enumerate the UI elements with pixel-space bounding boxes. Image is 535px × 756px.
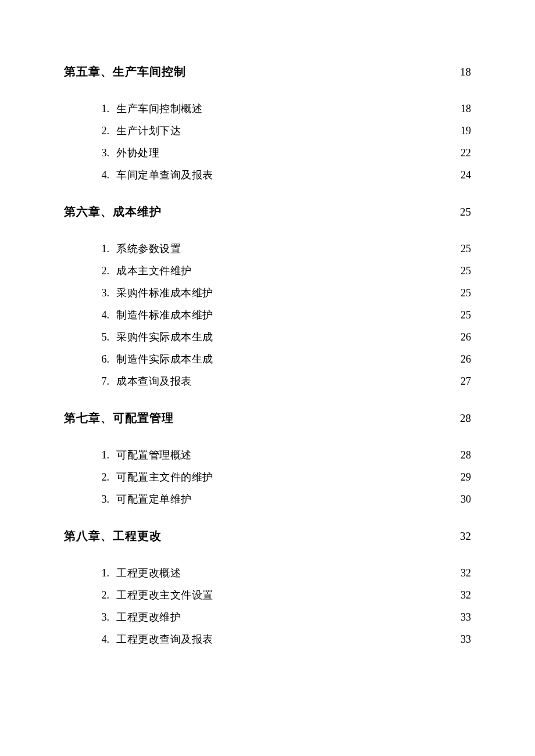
section-num: 4. <box>93 309 109 321</box>
section-title: 车间定单查询及报表 <box>116 168 213 182</box>
chapter-page: 25 <box>460 206 471 218</box>
section-left: 3. 可配置定单维护 <box>93 492 192 506</box>
section-page: 33 <box>461 611 471 624</box>
sections-list: 1. 可配置管理概述 28 2. 可配置主文件的维护 29 3. 可配置定单维护… <box>64 448 471 506</box>
section-page: 32 <box>461 567 471 579</box>
section-title: 可配置主文件的维护 <box>116 470 213 484</box>
section-title: 工程更改维护 <box>116 610 181 624</box>
sections-list: 1. 生产车间控制概述 18 2. 生产计划下达 19 3. 外协处理 22 <box>64 102 471 182</box>
section-row: 1. 生产车间控制概述 18 <box>93 102 471 116</box>
section-title: 可配置管理概述 <box>116 448 192 462</box>
chapter-block: 第六章、成本维护 25 1. 系统参数设置 25 2. 成本主文件维护 25 <box>64 204 471 388</box>
section-page: 26 <box>461 353 471 366</box>
section-num: 1. <box>93 567 109 579</box>
section-page: 22 <box>461 147 471 159</box>
section-num: 4. <box>93 169 109 181</box>
section-row: 3. 可配置定单维护 30 <box>93 492 471 506</box>
section-title: 采购件实际成本生成 <box>116 330 213 344</box>
section-row: 4. 车间定单查询及报表 24 <box>93 168 471 182</box>
section-title: 生产计划下达 <box>116 124 181 138</box>
section-left: 2. 工程更改主文件设置 <box>93 588 213 602</box>
chapter-block: 第五章、生产车间控制 18 1. 生产车间控制概述 18 2. 生产计划下达 1… <box>64 64 471 182</box>
section-title: 成本查询及报表 <box>116 374 192 388</box>
section-row: 4. 工程更改查询及报表 33 <box>93 632 471 646</box>
section-left: 3. 工程更改维护 <box>93 610 181 624</box>
section-row: 7. 成本查询及报表 27 <box>93 374 471 388</box>
section-row: 2. 可配置主文件的维护 29 <box>93 470 471 484</box>
section-left: 4. 车间定单查询及报表 <box>93 168 213 182</box>
section-left: 7. 成本查询及报表 <box>93 374 192 388</box>
section-row: 5. 采购件实际成本生成 26 <box>93 330 471 344</box>
chapter-page: 28 <box>460 412 471 425</box>
chapter-header: 第八章、工程更改 32 <box>64 528 471 544</box>
chapter-title: 第八章、工程更改 <box>64 528 162 544</box>
section-left: 1. 系统参数设置 <box>93 242 181 256</box>
section-left: 1. 生产车间控制概述 <box>93 102 202 116</box>
chapter-header: 第七章、可配置管理 28 <box>64 410 471 426</box>
section-left: 2. 成本主文件维护 <box>93 264 192 278</box>
section-page: 29 <box>461 471 471 483</box>
section-row: 3. 工程更改维护 33 <box>93 610 471 624</box>
section-num: 2. <box>93 125 109 137</box>
section-page: 18 <box>461 103 471 115</box>
section-num: 7. <box>93 375 109 388</box>
section-page: 27 <box>461 375 471 388</box>
section-row: 6. 制造件实际成本生成 26 <box>93 352 471 366</box>
section-left: 4. 制造件标准成本维护 <box>93 308 213 322</box>
sections-list: 1. 工程更改概述 32 2. 工程更改主文件设置 32 3. 工程更改维护 3… <box>64 566 471 646</box>
section-num: 2. <box>93 265 109 277</box>
section-left: 3. 外协处理 <box>93 146 159 160</box>
section-title: 外协处理 <box>116 146 159 160</box>
section-num: 3. <box>93 287 109 299</box>
section-left: 6. 制造件实际成本生成 <box>93 352 213 366</box>
section-page: 25 <box>461 309 471 321</box>
chapter-block: 第八章、工程更改 32 1. 工程更改概述 32 2. 工程更改主文件设置 32 <box>64 528 471 646</box>
section-left: 4. 工程更改查询及报表 <box>93 632 213 646</box>
section-num: 1. <box>93 103 109 115</box>
chapter-title: 第六章、成本维护 <box>64 204 162 220</box>
section-num: 3. <box>93 493 109 506</box>
section-title: 工程更改查询及报表 <box>116 632 213 646</box>
section-title: 成本主文件维护 <box>116 264 192 278</box>
section-row: 1. 系统参数设置 25 <box>93 242 471 256</box>
section-title: 工程更改概述 <box>116 566 181 580</box>
section-left: 2. 生产计划下达 <box>93 124 181 138</box>
section-page: 33 <box>461 633 471 646</box>
section-page: 19 <box>461 125 471 137</box>
section-title: 工程更改主文件设置 <box>116 588 213 602</box>
section-row: 2. 工程更改主文件设置 32 <box>93 588 471 602</box>
section-num: 1. <box>93 243 109 255</box>
section-row: 3. 外协处理 22 <box>93 146 471 160</box>
chapter-page: 18 <box>460 66 471 78</box>
section-page: 26 <box>461 331 471 343</box>
section-title: 系统参数设置 <box>116 242 181 256</box>
chapter-block: 第七章、可配置管理 28 1. 可配置管理概述 28 2. 可配置主文件的维护 … <box>64 410 471 506</box>
toc-content: 第五章、生产车间控制 18 1. 生产车间控制概述 18 2. 生产计划下达 1… <box>0 0 535 646</box>
section-page: 28 <box>461 449 471 461</box>
section-left: 3. 采购件标准成本维护 <box>93 286 213 300</box>
chapter-header: 第六章、成本维护 25 <box>64 204 471 220</box>
section-num: 2. <box>93 589 109 601</box>
section-title: 可配置定单维护 <box>116 492 192 506</box>
section-row: 1. 工程更改概述 32 <box>93 566 471 580</box>
section-title: 制造件实际成本生成 <box>116 352 213 366</box>
section-row: 3. 采购件标准成本维护 25 <box>93 286 471 300</box>
section-page: 24 <box>461 169 471 181</box>
section-title: 采购件标准成本维护 <box>116 286 213 300</box>
section-num: 3. <box>93 611 109 624</box>
section-left: 1. 工程更改概述 <box>93 566 181 580</box>
section-title: 制造件标准成本维护 <box>116 308 213 322</box>
section-num: 4. <box>93 633 109 646</box>
chapter-page: 32 <box>460 530 471 543</box>
section-row: 2. 成本主文件维护 25 <box>93 264 471 278</box>
section-num: 2. <box>93 471 109 483</box>
section-left: 1. 可配置管理概述 <box>93 448 192 462</box>
chapter-title: 第五章、生产车间控制 <box>64 64 186 80</box>
section-num: 6. <box>93 353 109 366</box>
section-row: 1. 可配置管理概述 28 <box>93 448 471 462</box>
section-num: 1. <box>93 449 109 461</box>
chapter-title: 第七章、可配置管理 <box>64 410 174 426</box>
chapter-header: 第五章、生产车间控制 18 <box>64 64 471 80</box>
section-page: 25 <box>461 287 471 299</box>
section-page: 32 <box>461 589 471 601</box>
